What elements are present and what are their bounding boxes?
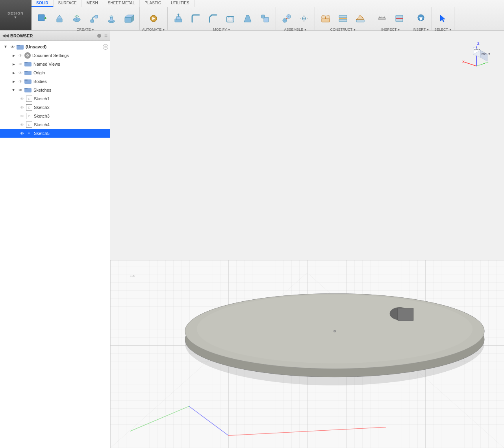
tree-item-sketch4[interactable]: 👁 □ Sketch4	[0, 120, 110, 129]
new-component-button[interactable]	[34, 10, 50, 27]
tree-item-doc-settings[interactable]: ▶ 👁 ⚙ Document Settings	[0, 51, 110, 60]
bodies-visibility-icon[interactable]: 👁	[17, 78, 24, 85]
sketches-folder-icon	[24, 87, 32, 93]
construct-label[interactable]: CONSTRUCT ▼	[330, 28, 356, 31]
create-label[interactable]: CREATE ▼	[77, 28, 94, 31]
sketches-expand-arrow[interactable]: ▶	[11, 87, 17, 93]
named-views-expand-arrow[interactable]: ▶	[11, 61, 17, 67]
tab-sheet-metal[interactable]: SHEET METAL	[103, 0, 140, 7]
svg-rect-11	[125, 17, 131, 22]
root-visibility-icon[interactable]: 👁	[9, 44, 16, 50]
shell-button[interactable]	[222, 10, 239, 27]
root-expand-arrow[interactable]: ▶	[3, 44, 9, 50]
tab-utilities[interactable]: UTILITIES	[166, 0, 195, 7]
box-button[interactable]	[120, 10, 137, 27]
bodies-expand-arrow[interactable]: ▶	[11, 79, 17, 84]
construct-group: CONSTRUCT ▼	[315, 7, 371, 30]
sketch4-visibility-icon[interactable]: 👁	[19, 122, 25, 128]
design-label: DESIGN	[7, 11, 24, 15]
named-views-label: Named Views	[33, 62, 60, 66]
modify-label[interactable]: MODIFY ▼	[213, 28, 230, 31]
sketch2-visibility-icon[interactable]: 👁	[19, 104, 25, 111]
sweep-button[interactable]	[86, 10, 102, 27]
named-views-visibility-icon[interactable]: 👁	[17, 61, 24, 67]
svg-rect-20	[228, 18, 233, 21]
section-analysis-button[interactable]	[391, 10, 408, 27]
origin-visibility-icon[interactable]: 👁	[17, 70, 24, 76]
create-group: CREATE ▼	[32, 7, 140, 30]
select-button[interactable]	[435, 10, 451, 27]
sketch1-visibility-icon[interactable]: 👁	[19, 96, 25, 102]
svg-rect-7	[95, 15, 98, 18]
svg-line-87	[465, 62, 476, 66]
extrude-button[interactable]	[51, 10, 68, 27]
offset-plane-button[interactable]	[317, 10, 334, 27]
assemble-label[interactable]: ASSEMBLE ▼	[284, 28, 306, 31]
tree-item-named-views[interactable]: ▶ 👁 Named Views	[0, 60, 110, 68]
sketch1-label: Sketch1	[34, 96, 50, 101]
svg-marker-21	[244, 15, 251, 22]
draft-button[interactable]	[239, 10, 256, 27]
revolve-button[interactable]	[69, 10, 85, 27]
root-target-icon[interactable]: ◎	[103, 44, 108, 50]
press-pull-button[interactable]	[170, 10, 187, 27]
plane-angle-button[interactable]	[352, 10, 369, 27]
origin-folder-icon	[24, 70, 32, 76]
sketches-visibility-icon[interactable]: 👁	[17, 87, 24, 93]
automate-group: AUTOMATE ▼	[140, 7, 168, 30]
tree-item-sketch5[interactable]: 👁 ✏ Sketch5	[0, 129, 110, 138]
doc-settings-expand-arrow[interactable]: ▶	[11, 53, 17, 58]
tab-mesh[interactable]: MESH	[82, 0, 103, 7]
svg-rect-3	[57, 19, 62, 22]
browser-menu-button[interactable]: ≡	[104, 33, 107, 39]
midplane-button[interactable]	[335, 10, 351, 27]
design-button[interactable]: DESIGN ▼	[0, 0, 32, 30]
svg-rect-50	[396, 15, 403, 18]
insert-button[interactable]	[413, 10, 429, 27]
scale-button[interactable]	[257, 10, 273, 27]
tab-solid[interactable]: SOLID	[32, 0, 54, 7]
svg-rect-78	[398, 308, 413, 321]
joint-origin-button[interactable]	[296, 10, 312, 27]
viewport[interactable]: 100 Z X RIGHT BACK	[110, 31, 504, 448]
svg-rect-6	[91, 20, 94, 22]
svg-marker-90	[480, 50, 487, 61]
automate-button[interactable]	[145, 10, 162, 27]
new-joint-button[interactable]	[278, 10, 295, 27]
select-label[interactable]: SELECT ▼	[434, 28, 452, 31]
sketch5-active-icon: ✏	[26, 130, 32, 136]
inspect-label[interactable]: INSPECT ▼	[381, 28, 400, 31]
svg-point-33	[304, 18, 305, 19]
select-group: SELECT ▼	[432, 7, 454, 30]
svg-rect-64	[24, 88, 28, 89]
sketch4-icon: □	[26, 122, 32, 128]
tree-item-sketch2[interactable]: 👁 □ Sketch2	[0, 103, 110, 112]
svg-marker-4	[57, 15, 62, 19]
doc-settings-visibility-icon[interactable]: 👁	[17, 52, 24, 59]
tree-item-sketch3[interactable]: 👁 □ Sketch3	[0, 112, 110, 120]
loft-button[interactable]	[103, 10, 120, 27]
view-cube[interactable]: Z X RIGHT BACK	[461, 39, 492, 70]
tab-surface[interactable]: SURFACE	[54, 0, 82, 7]
tree-item-origin[interactable]: ▶ 👁 Origin	[0, 68, 110, 77]
sketch5-visibility-icon[interactable]: 👁	[19, 130, 25, 136]
browser-collapse-arrow[interactable]: ◀◀	[2, 33, 9, 38]
svg-marker-18	[177, 13, 180, 15]
tree-item-root[interactable]: ▶ 👁 (Unsaved) ◎	[0, 42, 110, 51]
browser-dot-button[interactable]	[97, 34, 101, 38]
fillet-button[interactable]	[187, 10, 204, 27]
sketch3-visibility-icon[interactable]: 👁	[19, 113, 25, 119]
chamfer-button[interactable]	[205, 10, 221, 27]
automate-label[interactable]: AUTOMATE ▼	[142, 28, 165, 31]
svg-rect-0	[38, 15, 44, 21]
tree-item-sketch1[interactable]: 👁 □ Sketch1	[0, 94, 110, 103]
browser-tree: ▶ 👁 (Unsaved) ◎ ▶ 👁 ⚙ Document Settings …	[0, 41, 110, 448]
measure-button[interactable]	[374, 10, 390, 27]
tree-item-bodies[interactable]: ▶ 👁 Bodies	[0, 77, 110, 86]
tab-plastic[interactable]: PLASTIC	[140, 0, 166, 7]
tree-item-sketches[interactable]: ▶ 👁 Sketches	[0, 86, 110, 94]
origin-expand-arrow[interactable]: ▶	[11, 70, 17, 76]
svg-rect-37	[339, 15, 347, 18]
sketch3-icon: □	[26, 113, 32, 119]
insert-label[interactable]: INSERT ▼	[413, 28, 429, 31]
